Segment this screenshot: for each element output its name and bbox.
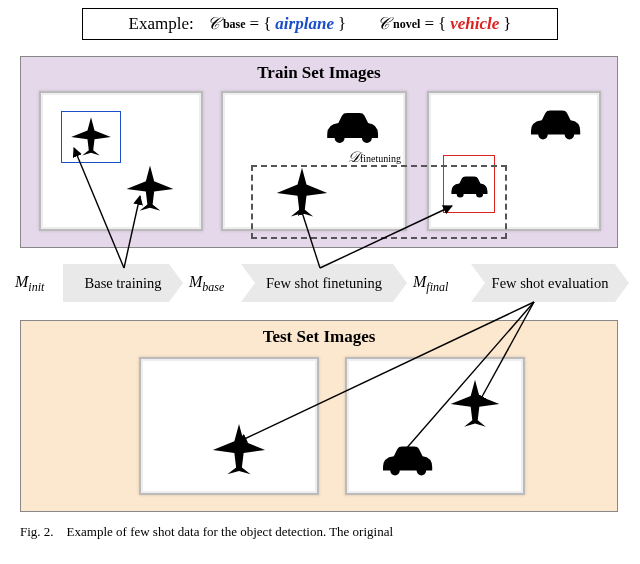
example-prefix: Example: — [129, 14, 194, 34]
m-final-label: Mfinal — [413, 273, 448, 295]
train-panel: Train Set Images 𝒟finetuning — [20, 56, 618, 248]
lbrace2: { — [438, 14, 446, 34]
airplane-icon — [65, 115, 117, 159]
c-base-symbol: 𝒞 — [206, 14, 219, 34]
test-image-2 — [345, 357, 525, 495]
pipeline-step-fewshot-eval: Few shot evaluation — [471, 264, 629, 302]
rbrace1: } — [338, 14, 346, 34]
pipeline-step2-text: Few shot finetuning — [266, 275, 382, 292]
car-icon — [321, 109, 383, 147]
figure-number: Fig. 2. — [20, 524, 54, 539]
test-panel: Test Set Images — [20, 320, 618, 512]
pipeline-step3-text: Few shot evaluation — [492, 275, 609, 292]
train-image-1 — [39, 91, 203, 231]
pipeline: Minit Base training Mbase Few shot finet… — [15, 264, 625, 302]
class-vehicle: vehicle — [450, 14, 499, 34]
pipeline-step1-text: Base training — [85, 275, 162, 292]
lbrace1: { — [263, 14, 271, 34]
airplane-icon — [443, 377, 507, 431]
figure-caption-text: Example of few shot data for the object … — [67, 524, 393, 539]
class-airplane: airplane — [275, 14, 334, 34]
c-novel-sub: novel — [393, 17, 420, 32]
m-init-label: Minit — [15, 273, 44, 295]
d-finetune-sub: finetuning — [360, 153, 401, 164]
finetuning-subset-label: 𝒟finetuning — [347, 149, 401, 166]
rbrace2: } — [503, 14, 511, 34]
airplane-icon — [205, 421, 273, 479]
d-finetune-symbol: 𝒟 — [347, 149, 360, 165]
car-icon — [525, 107, 585, 143]
eq1: = — [250, 14, 260, 34]
test-panel-title: Test Set Images — [21, 327, 617, 347]
figure-caption: Fig. 2. Example of few shot data for the… — [20, 524, 620, 540]
c-base-sub: base — [223, 17, 246, 32]
train-panel-title: Train Set Images — [21, 63, 617, 83]
m-base-label: Mbase — [189, 273, 224, 295]
example-legend: Example: 𝒞base = {airplane} 𝒞novel = {ve… — [82, 8, 558, 40]
eq2: = — [424, 14, 434, 34]
c-novel-symbol: 𝒞 — [376, 14, 389, 34]
test-image-1 — [139, 357, 319, 495]
finetuning-subset-box — [251, 165, 507, 239]
pipeline-step-base-training: Base training — [63, 264, 183, 302]
pipeline-step-fewshot-finetune: Few shot finetuning — [241, 264, 407, 302]
airplane-icon — [119, 163, 181, 215]
car-icon — [377, 441, 437, 481]
